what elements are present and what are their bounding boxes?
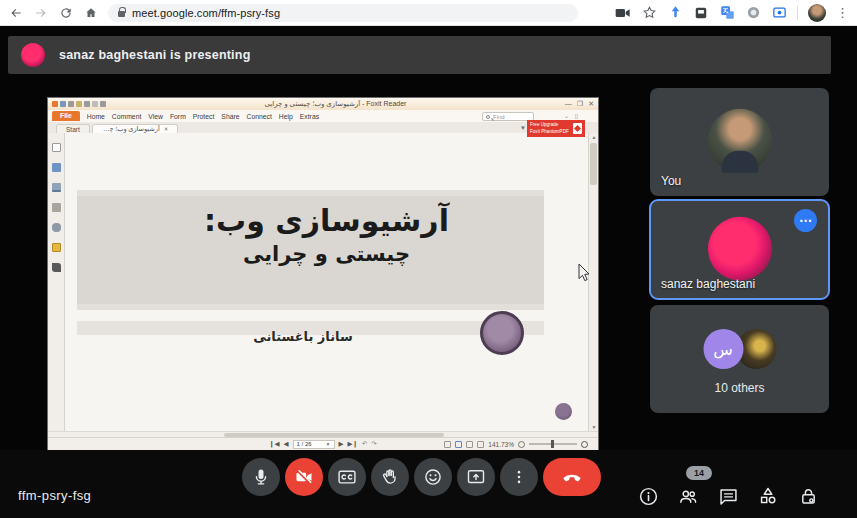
- reactions-button[interactable]: [414, 458, 452, 496]
- tile-more-options-icon[interactable]: ⋯: [794, 209, 817, 232]
- home-icon[interactable]: [83, 5, 99, 21]
- zoom-in-icon[interactable]: [581, 441, 588, 448]
- phantompdf-icon: [573, 123, 582, 134]
- save-icon[interactable]: [60, 101, 66, 107]
- profile-avatar[interactable]: [808, 4, 826, 22]
- tab-start[interactable]: Start: [56, 124, 90, 133]
- present-screen-button[interactable]: [457, 458, 495, 496]
- facing-view-icon[interactable]: [466, 441, 473, 448]
- print-icon[interactable]: [68, 101, 74, 107]
- menu-connect[interactable]: Connect: [246, 113, 271, 120]
- activities-icon[interactable]: [757, 484, 779, 508]
- https-lock-icon: [118, 11, 125, 17]
- redo-icon[interactable]: [92, 101, 98, 107]
- extension-circle-icon[interactable]: [745, 5, 761, 21]
- minimize-icon[interactable]: —: [565, 100, 572, 108]
- menu-view[interactable]: View: [148, 113, 163, 120]
- vscroll-thumb[interactable]: [590, 143, 597, 185]
- page-number-box[interactable]: 1 / 26 ▼: [293, 440, 335, 449]
- comments-panel-icon[interactable]: [52, 203, 61, 212]
- back-icon[interactable]: [8, 5, 24, 21]
- camera-indicator-icon[interactable]: [615, 5, 631, 21]
- single-page-view-icon[interactable]: [444, 441, 451, 448]
- foxit-window-buttons[interactable]: — ❐ ✕: [565, 100, 594, 108]
- prev-page-icon[interactable]: ◀: [284, 440, 289, 448]
- continuous-facing-view-icon[interactable]: [477, 441, 484, 448]
- url-text[interactable]: meet.google.com/ffm-psry-fsg: [132, 7, 280, 19]
- menu-share[interactable]: Share: [221, 113, 239, 120]
- next-view-icon[interactable]: ↷: [371, 440, 376, 448]
- forward-icon[interactable]: [33, 5, 49, 21]
- host-controls-icon[interactable]: [797, 484, 819, 508]
- leave-call-button[interactable]: [543, 458, 601, 496]
- meeting-details-icon[interactable]: [637, 484, 659, 508]
- first-page-icon[interactable]: ❙◀: [269, 440, 279, 448]
- extension-box-icon[interactable]: [771, 5, 787, 21]
- undo-icon[interactable]: [84, 101, 90, 107]
- menu-protect[interactable]: Protect: [193, 113, 215, 120]
- extension-arrow-icon[interactable]: [667, 5, 683, 21]
- tile-you[interactable]: You: [650, 88, 829, 196]
- page-caret-icon[interactable]: ▼: [326, 441, 331, 447]
- bookmarks-panel-icon[interactable]: [52, 143, 61, 152]
- menu-file[interactable]: File: [52, 111, 80, 121]
- tile-others[interactable]: س 10 others: [650, 305, 829, 413]
- address-bar[interactable]: meet.google.com/ffm-psry-fsg: [108, 4, 578, 22]
- continuous-view-icon[interactable]: [455, 441, 462, 448]
- tile-sanaz-baghestani[interactable]: ⋯ sanaz baghestani: [650, 200, 829, 299]
- prev-view-icon[interactable]: ↶: [362, 440, 367, 448]
- reload-icon[interactable]: [58, 5, 74, 21]
- slide-title-line1: آرشیوسازی وب:: [65, 201, 588, 242]
- scroll-down-icon[interactable]: ▼: [589, 424, 599, 430]
- foxit-app-icon: [52, 101, 58, 107]
- call-controls: [242, 458, 601, 496]
- camera-off-button[interactable]: [285, 458, 323, 496]
- shared-screen-foxit-window: آرشیوسازی وب؛ چیستی و چرایی - Foxit Read…: [48, 98, 598, 450]
- browser-menu-icon[interactable]: ⋮: [836, 8, 849, 18]
- phantompdf-promo-banner[interactable]: Free Upgrade Foxit PhantomPDF: [527, 120, 585, 137]
- zoom-slider[interactable]: [529, 443, 577, 445]
- menu-help[interactable]: Help: [279, 113, 293, 120]
- captions-button[interactable]: [328, 458, 366, 496]
- extension-dark-icon[interactable]: [693, 5, 709, 21]
- menu-form[interactable]: Form: [170, 113, 186, 120]
- you-avatar: [708, 109, 772, 173]
- menu-extras[interactable]: Extras: [300, 113, 319, 120]
- foxit-tabbar: Start آرشیوسازی وب؛ چیستی و چرایی ✕ ▼ Fr…: [48, 122, 598, 133]
- snapshot-icon[interactable]: [100, 101, 106, 107]
- security-panel-icon[interactable]: [52, 243, 61, 252]
- zoom-level[interactable]: 141.73%: [488, 441, 514, 448]
- others-avatars: س: [703, 329, 776, 369]
- chat-icon[interactable]: [717, 484, 739, 508]
- bookmark-star-icon[interactable]: [641, 5, 657, 21]
- more-options-button[interactable]: [500, 458, 538, 496]
- next-page-icon[interactable]: ▶: [339, 440, 344, 448]
- layers-panel-icon[interactable]: [52, 183, 61, 192]
- foxit-titlebar: آرشیوسازی وب؛ چیستی و چرایی - Foxit Read…: [48, 98, 598, 110]
- participants-icon[interactable]: [677, 484, 699, 508]
- others-monogram-avatar: س: [703, 329, 743, 369]
- microphone-button[interactable]: [242, 458, 280, 496]
- others-label: 10 others: [650, 381, 829, 395]
- signature-panel-icon[interactable]: [52, 263, 61, 272]
- meeting-code: ffm-psry-fsg: [18, 488, 91, 503]
- raise-hand-button[interactable]: [371, 458, 409, 496]
- translate-icon[interactable]: [719, 5, 735, 21]
- zoom-slider-thumb[interactable]: [551, 440, 554, 448]
- attachments-panel-icon[interactable]: [52, 223, 61, 232]
- foxit-window-title: آرشیوسازی وب؛ چیستی و چرایی - Foxit Read…: [109, 100, 562, 108]
- tab-close-icon[interactable]: ✕: [164, 126, 169, 132]
- scroll-up-icon[interactable]: ▲: [589, 134, 599, 140]
- tab-document[interactable]: آرشیوسازی وب؛ چیستی و چرایی ✕: [92, 124, 179, 133]
- email-icon[interactable]: [76, 101, 82, 107]
- restore-icon[interactable]: ❐: [577, 100, 583, 108]
- find-tools-icons[interactable]: ⌄ ▯: [564, 112, 580, 119]
- tab-list-caret-icon[interactable]: ▼: [520, 125, 526, 131]
- last-page-icon[interactable]: ▶❙: [348, 440, 358, 448]
- zoom-out-icon[interactable]: [518, 441, 525, 448]
- menu-home[interactable]: Home: [87, 113, 105, 120]
- pages-panel-icon[interactable]: [52, 163, 61, 172]
- foxit-quick-access-icons[interactable]: [52, 101, 106, 107]
- close-icon[interactable]: ✕: [588, 100, 594, 108]
- menu-comment[interactable]: Comment: [112, 113, 141, 120]
